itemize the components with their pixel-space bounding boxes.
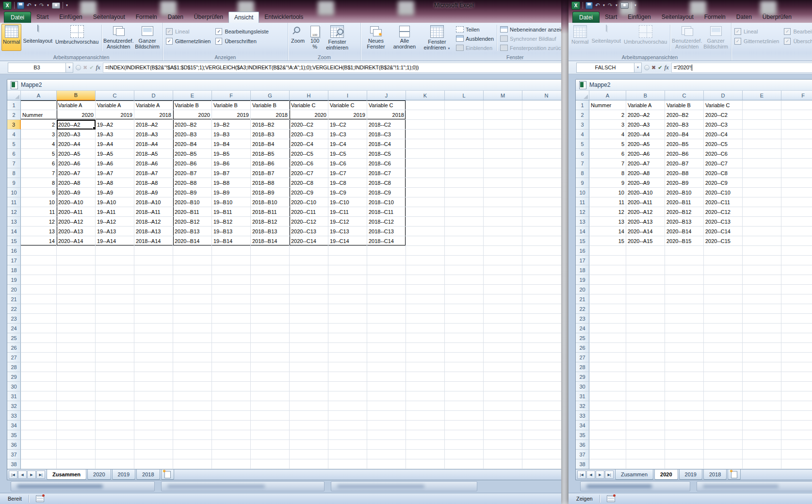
row-header-30[interactable]: 30	[7, 382, 21, 391]
cell[interactable]	[173, 421, 212, 430]
page-break-preview-button[interactable]: Umbruchvorschau	[54, 24, 100, 51]
cell[interactable]	[665, 411, 704, 421]
cell[interactable]: 2020--C8	[290, 178, 328, 188]
cell[interactable]	[781, 450, 812, 459]
cell[interactable]: 2020	[57, 110, 96, 120]
cell[interactable]	[522, 217, 561, 227]
cell[interactable]: 2020--A8	[626, 168, 665, 178]
cell[interactable]: 2019	[212, 110, 251, 120]
cell[interactable]	[445, 343, 484, 353]
cell[interactable]	[626, 421, 665, 430]
first-sheet-icon[interactable]: |◀	[577, 471, 586, 479]
cell[interactable]	[251, 314, 290, 324]
cell[interactable]: 2020--A11	[57, 207, 96, 217]
cell[interactable]: Variable B	[173, 100, 212, 110]
cell[interactable]	[173, 314, 212, 324]
cell[interactable]	[781, 275, 812, 285]
cell[interactable]	[21, 246, 57, 256]
sheet-tab-2019[interactable]: 2019	[112, 470, 135, 480]
cell[interactable]	[445, 168, 484, 178]
cell[interactable]	[626, 430, 665, 440]
cell[interactable]	[328, 304, 367, 314]
cell[interactable]: 2018--A3	[134, 130, 173, 139]
cell[interactable]	[522, 120, 561, 130]
cell[interactable]	[173, 401, 212, 411]
cell[interactable]	[445, 411, 484, 421]
cell[interactable]	[173, 430, 212, 440]
cell[interactable]	[626, 256, 665, 265]
cell[interactable]	[328, 459, 367, 469]
cell[interactable]	[445, 227, 484, 236]
row-header-13[interactable]: 13	[7, 217, 21, 227]
cell[interactable]	[484, 188, 522, 197]
cell[interactable]	[328, 450, 367, 459]
cell[interactable]	[134, 265, 173, 275]
row-header-7[interactable]: 7	[576, 159, 589, 168]
cell[interactable]	[522, 372, 561, 382]
cell[interactable]: 6	[589, 149, 626, 159]
cell[interactable]: 2020--A9	[626, 178, 665, 188]
cell[interactable]	[781, 236, 812, 246]
cell[interactable]	[251, 382, 290, 391]
cell[interactable]	[290, 246, 328, 256]
cell[interactable]: Variable A	[96, 100, 134, 110]
cell[interactable]	[57, 411, 96, 421]
cell[interactable]	[406, 294, 445, 304]
cell[interactable]	[290, 314, 328, 324]
cell[interactable]: 19--B6	[212, 159, 251, 168]
workbook-title-bar[interactable]: Mappe2	[7, 80, 561, 91]
row-header-28[interactable]: 28	[576, 362, 589, 372]
select-all-corner[interactable]	[576, 91, 589, 100]
enter-icon[interactable]: ✔	[658, 65, 662, 71]
new-window-button[interactable]: ✱ Neues Fenster	[362, 24, 390, 51]
cell[interactable]	[589, 285, 626, 294]
cell[interactable]	[484, 197, 522, 207]
cell[interactable]: 2018--A5	[134, 149, 173, 159]
name-box[interactable]: FALSCH	[576, 63, 634, 73]
row-header-2[interactable]: 2	[576, 110, 589, 120]
cell[interactable]	[173, 440, 212, 450]
cell[interactable]	[704, 314, 743, 324]
cell[interactable]	[743, 372, 781, 382]
cell[interactable]	[704, 440, 743, 450]
cell[interactable]	[406, 440, 445, 450]
excel-app-icon[interactable]: X	[3, 1, 12, 10]
cell[interactable]	[781, 411, 812, 421]
cell[interactable]: 2018--C7	[367, 168, 406, 178]
cell[interactable]	[781, 353, 812, 362]
cell[interactable]	[522, 294, 561, 304]
cell[interactable]: 19--C7	[328, 168, 367, 178]
cell[interactable]: 9	[21, 188, 57, 197]
cell[interactable]	[21, 265, 57, 275]
row-header-3[interactable]: 3	[7, 120, 21, 130]
cell[interactable]	[57, 450, 96, 459]
cell[interactable]	[251, 285, 290, 294]
cell[interactable]	[445, 197, 484, 207]
cell[interactable]	[665, 362, 704, 372]
row-header-24[interactable]: 24	[576, 324, 589, 333]
cell[interactable]	[484, 314, 522, 324]
cell[interactable]: 2020--A13	[57, 227, 96, 236]
cell[interactable]	[445, 401, 484, 411]
cell[interactable]: 19--B11	[212, 207, 251, 217]
insert-function-icon[interactable]: fx	[664, 64, 668, 71]
cell[interactable]	[665, 382, 704, 391]
cell[interactable]	[21, 294, 57, 304]
qat-customize-icon[interactable]: ▼	[65, 4, 68, 7]
cell[interactable]	[367, 450, 406, 459]
cell[interactable]: 2020--C11	[290, 207, 328, 217]
cell[interactable]	[589, 333, 626, 343]
cell[interactable]	[445, 362, 484, 372]
cell[interactable]	[96, 411, 134, 421]
cell[interactable]	[251, 430, 290, 440]
cell[interactable]	[328, 294, 367, 304]
column-header-F[interactable]: F	[781, 91, 812, 100]
row-header-30[interactable]: 30	[576, 382, 589, 391]
cell[interactable]	[445, 421, 484, 430]
cell[interactable]	[522, 149, 561, 159]
cell[interactable]	[665, 430, 704, 440]
cell[interactable]	[134, 430, 173, 440]
column-header-I[interactable]: I	[328, 91, 367, 100]
cell[interactable]	[743, 353, 781, 362]
cell[interactable]	[212, 401, 251, 411]
